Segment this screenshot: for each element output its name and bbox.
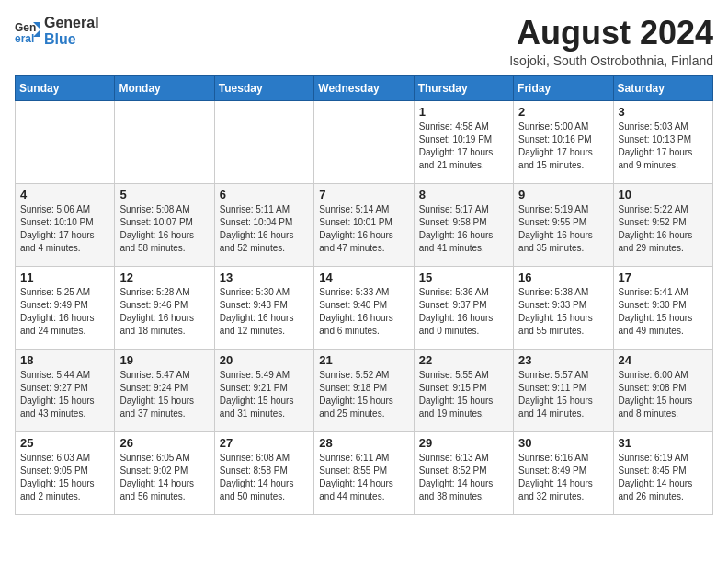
weekday-header-row: SundayMondayTuesdayWednesdayThursdayFrid… [16,75,713,100]
calendar-cell: 15Sunrise: 5:36 AM Sunset: 9:37 PM Dayli… [414,266,513,349]
day-number: 31 [619,436,708,450]
day-info: Sunrise: 5:11 AM Sunset: 10:04 PM Daylig… [220,203,309,255]
day-info: Sunrise: 5:03 AM Sunset: 10:13 PM Daylig… [619,121,708,172]
logo-icon: Gen eral [15,18,40,44]
calendar-cell: 22Sunrise: 5:55 AM Sunset: 9:15 PM Dayli… [414,349,513,431]
day-info: Sunrise: 5:25 AM Sunset: 9:49 PM Dayligh… [20,286,109,338]
day-number: 8 [419,188,508,201]
calendar-cell: 17Sunrise: 5:41 AM Sunset: 9:30 PM Dayli… [613,266,712,349]
day-info: Sunrise: 5:28 AM Sunset: 9:46 PM Dayligh… [119,286,209,338]
location: Isojoki, South Ostrobothnia, Finland [509,53,713,68]
calendar-cell: 1Sunrise: 4:58 AM Sunset: 10:19 PM Dayli… [414,100,513,183]
day-info: Sunrise: 5:06 AM Sunset: 10:10 PM Daylig… [20,203,109,255]
day-info: Sunrise: 5:19 AM Sunset: 9:55 PM Dayligh… [518,203,608,255]
day-number: 19 [119,353,209,367]
day-info: Sunrise: 5:38 AM Sunset: 9:33 PM Dayligh… [518,286,608,338]
day-info: Sunrise: 5:33 AM Sunset: 9:40 PM Dayligh… [319,286,408,338]
day-info: Sunrise: 4:58 AM Sunset: 10:19 PM Daylig… [419,121,508,172]
day-number: 1 [419,105,508,119]
day-info: Sunrise: 5:47 AM Sunset: 9:24 PM Dayligh… [119,369,209,420]
day-info: Sunrise: 5:44 AM Sunset: 9:27 PM Dayligh… [20,369,109,420]
day-number: 7 [319,188,408,201]
calendar-cell [16,100,115,183]
calendar-cell: 19Sunrise: 5:47 AM Sunset: 9:24 PM Dayli… [115,349,214,431]
calendar-cell: 23Sunrise: 5:57 AM Sunset: 9:11 PM Dayli… [514,349,613,431]
calendar-cell: 21Sunrise: 5:52 AM Sunset: 9:18 PM Dayli… [314,349,414,431]
calendar-week-row: 25Sunrise: 6:03 AM Sunset: 9:05 PM Dayli… [16,431,713,514]
day-number: 11 [20,270,109,284]
day-number: 30 [518,436,608,450]
day-info: Sunrise: 6:16 AM Sunset: 8:49 PM Dayligh… [518,452,608,503]
weekday-header: Thursday [414,75,513,100]
weekday-header: Saturday [613,75,712,100]
calendar-cell: 27Sunrise: 6:08 AM Sunset: 8:58 PM Dayli… [214,431,313,514]
calendar-cell: 28Sunrise: 6:11 AM Sunset: 8:55 PM Dayli… [314,431,414,514]
calendar-cell [214,100,313,183]
calendar-cell: 10Sunrise: 5:22 AM Sunset: 9:52 PM Dayli… [613,183,712,266]
day-number: 26 [119,436,209,450]
day-info: Sunrise: 5:22 AM Sunset: 9:52 PM Dayligh… [619,203,708,255]
day-info: Sunrise: 5:00 AM Sunset: 10:16 PM Daylig… [518,121,608,172]
day-number: 9 [518,188,608,201]
day-number: 4 [20,188,109,201]
day-number: 25 [20,436,109,450]
day-number: 28 [319,436,408,450]
calendar-cell: 5Sunrise: 5:08 AM Sunset: 10:07 PM Dayli… [115,183,214,266]
day-number: 20 [220,353,309,367]
day-number: 15 [419,270,508,284]
logo-text: General [44,15,99,31]
calendar-cell: 25Sunrise: 6:03 AM Sunset: 9:05 PM Dayli… [16,431,115,514]
calendar-cell: 4Sunrise: 5:06 AM Sunset: 10:10 PM Dayli… [16,183,115,266]
weekday-header: Tuesday [214,75,313,100]
calendar-week-row: 1Sunrise: 4:58 AM Sunset: 10:19 PM Dayli… [16,100,713,183]
day-info: Sunrise: 5:17 AM Sunset: 9:58 PM Dayligh… [419,203,508,255]
day-number: 22 [419,353,508,367]
calendar-week-row: 4Sunrise: 5:06 AM Sunset: 10:10 PM Dayli… [16,183,713,266]
calendar-cell: 29Sunrise: 6:13 AM Sunset: 8:52 PM Dayli… [414,431,513,514]
month-year: August 2024 [509,15,713,52]
calendar-cell: 9Sunrise: 5:19 AM Sunset: 9:55 PM Daylig… [514,183,613,266]
day-info: Sunrise: 5:14 AM Sunset: 10:01 PM Daylig… [319,203,408,255]
calendar-cell: 13Sunrise: 5:30 AM Sunset: 9:43 PM Dayli… [214,266,313,349]
day-number: 23 [518,353,608,367]
day-number: 3 [619,105,708,119]
day-number: 14 [319,270,408,284]
calendar-cell: 24Sunrise: 6:00 AM Sunset: 9:08 PM Dayli… [613,349,712,431]
weekday-header: Wednesday [314,75,414,100]
day-info: Sunrise: 5:08 AM Sunset: 10:07 PM Daylig… [119,203,209,255]
day-number: 2 [518,105,608,119]
day-info: Sunrise: 6:13 AM Sunset: 8:52 PM Dayligh… [419,452,508,503]
day-number: 17 [619,270,708,284]
weekday-header: Friday [514,75,613,100]
day-info: Sunrise: 5:49 AM Sunset: 9:21 PM Dayligh… [220,369,309,420]
calendar-cell: 31Sunrise: 6:19 AM Sunset: 8:45 PM Dayli… [613,431,712,514]
calendar-week-row: 11Sunrise: 5:25 AM Sunset: 9:49 PM Dayli… [16,266,713,349]
day-number: 24 [619,353,708,367]
calendar-week-row: 18Sunrise: 5:44 AM Sunset: 9:27 PM Dayli… [16,349,713,431]
day-info: Sunrise: 5:41 AM Sunset: 9:30 PM Dayligh… [619,286,708,338]
day-info: Sunrise: 6:00 AM Sunset: 9:08 PM Dayligh… [619,369,708,420]
calendar-cell [115,100,214,183]
day-number: 27 [220,436,309,450]
day-info: Sunrise: 5:30 AM Sunset: 9:43 PM Dayligh… [220,286,309,338]
title-block: August 2024 Isojoki, South Ostrobothnia,… [509,15,713,68]
day-info: Sunrise: 5:36 AM Sunset: 9:37 PM Dayligh… [419,286,508,338]
svg-text:eral: eral [15,32,34,44]
calendar-cell: 20Sunrise: 5:49 AM Sunset: 9:21 PM Dayli… [214,349,313,431]
day-info: Sunrise: 5:55 AM Sunset: 9:15 PM Dayligh… [419,369,508,420]
day-info: Sunrise: 6:08 AM Sunset: 8:58 PM Dayligh… [220,452,309,503]
page-header: Gen eral General Blue August 2024 Isojok… [15,15,713,68]
day-number: 6 [220,188,309,201]
day-number: 10 [619,188,708,201]
logo: Gen eral General Blue [15,15,99,49]
day-info: Sunrise: 5:52 AM Sunset: 9:18 PM Dayligh… [319,369,408,420]
calendar-cell [314,100,414,183]
day-number: 13 [220,270,309,284]
day-number: 12 [119,270,209,284]
calendar-cell: 2Sunrise: 5:00 AM Sunset: 10:16 PM Dayli… [514,100,613,183]
calendar-table: SundayMondayTuesdayWednesdayThursdayFrid… [15,75,713,515]
day-info: Sunrise: 6:05 AM Sunset: 9:02 PM Dayligh… [119,452,209,503]
weekday-header: Sunday [16,75,115,100]
day-number: 18 [20,353,109,367]
calendar-cell: 12Sunrise: 5:28 AM Sunset: 9:46 PM Dayli… [115,266,214,349]
